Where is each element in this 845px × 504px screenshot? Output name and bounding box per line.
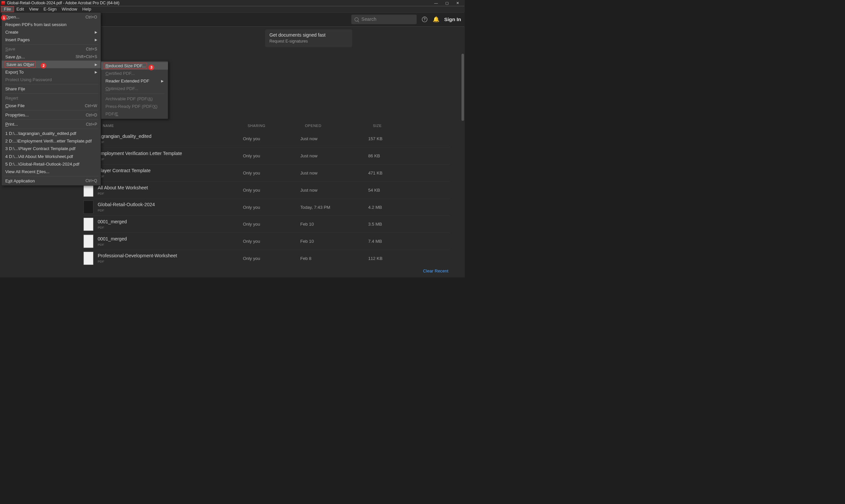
promo-card[interactable]: Get documents signed fast Request E-sign… <box>265 29 352 47</box>
file-opened: Feb 10 <box>300 239 368 244</box>
col-sharing[interactable]: SHARING <box>248 124 265 128</box>
menu-separator <box>4 129 99 129</box>
recent-file-5[interactable]: 5 D:\...\Global-Retail-Outlook-2024.pdf <box>2 160 101 168</box>
recent-file-3[interactable]: 3 D:\...\Player Contract Template.pdf <box>2 145 101 152</box>
save-as-other-submenu: Reduced Size PDF... Certified PDF... Rea… <box>101 61 168 119</box>
file-sharing: Only you <box>243 187 300 192</box>
file-revert: Revert <box>2 94 101 102</box>
chevron-right-icon: ▶ <box>95 30 98 34</box>
file-open[interactable]: Open...Ctrl+O <box>2 13 101 21</box>
file-thumbnail <box>84 235 93 248</box>
file-name: All About Me Worksheet <box>98 185 243 190</box>
menu-help[interactable]: Help <box>80 6 94 12</box>
reader-extended-pdf[interactable]: Reader Extended PDF▶ <box>101 77 168 85</box>
archivable-pdf: Archivable PDF (PDF/A) <box>101 95 168 103</box>
col-name[interactable]: NAME <box>103 124 114 128</box>
table-row[interactable]: 0001_merged PDF Only you Feb 10 7.4 MB <box>84 233 450 250</box>
file-properties[interactable]: Properties...Ctrl+D <box>2 111 101 119</box>
file-reopen[interactable]: Reopen PDFs from last session <box>2 21 101 29</box>
app-icon <box>1 1 5 5</box>
scrollbar-thumb[interactable] <box>461 54 464 121</box>
annotation-badge-3: 3 <box>148 65 155 71</box>
table-row[interactable]: Professional-Development-Worksheet PDF O… <box>84 250 450 267</box>
menubar: File Edit View E-Sign Window Help <box>0 6 465 13</box>
file-opened: Feb 8 <box>300 256 368 260</box>
file-print[interactable]: Print...Ctrl+P <box>2 120 101 128</box>
menu-view[interactable]: View <box>27 6 41 12</box>
reduced-size-pdf[interactable]: Reduced Size PDF... <box>101 62 168 70</box>
menu-window[interactable]: Window <box>59 6 80 12</box>
file-insert-pages[interactable]: Insert Pages▶ <box>2 36 101 43</box>
file-name: Employment Verification Letter Template <box>98 151 243 156</box>
table-row[interactable]: Player Contract Template PDF Only you Ju… <box>84 164 450 181</box>
minimize-button[interactable]: — <box>431 0 442 6</box>
help-button[interactable]: ? <box>421 16 428 23</box>
press-ready-pdf: Press-Ready PDF (PDF/X) <box>101 103 168 110</box>
table-row[interactable]: 0001_merged PDF Only you Feb 10 3.5 MB <box>84 215 450 233</box>
menu-separator <box>4 110 99 110</box>
titlebar: Global-Retail-Outlook-2024.pdf - Adobe A… <box>0 0 465 6</box>
optimized-pdf: Optimized PDF... <box>101 85 168 92</box>
file-export-to[interactable]: Export To▶ <box>2 68 101 76</box>
close-window-button[interactable]: ✕ <box>453 0 463 6</box>
file-protect: Protect Using Password <box>2 76 101 84</box>
file-sharing: Only you <box>243 239 300 244</box>
file-size: 471 KB <box>368 170 382 176</box>
file-exit[interactable]: Exit ApplicationCtrl+Q <box>2 177 101 185</box>
view-all-recent[interactable]: View All Recent Files... <box>2 168 101 176</box>
file-type: PDF <box>98 192 243 196</box>
file-opened: Just now <box>300 136 368 141</box>
file-name: 0001_merged <box>98 219 243 224</box>
search-input[interactable]: Search <box>351 15 417 24</box>
table-row[interactable]: All About Me Worksheet PDF Only you Just… <box>84 181 450 199</box>
search-placeholder: Search <box>362 17 376 22</box>
menu-separator <box>4 120 99 120</box>
file-opened: Just now <box>300 154 368 158</box>
notifications-button[interactable]: 🔔 <box>433 16 440 23</box>
file-create[interactable]: Create▶ <box>2 29 101 36</box>
file-name: 0001_merged <box>98 236 243 241</box>
file-share[interactable]: Share File <box>2 85 101 93</box>
file-sharing: Only you <box>243 136 300 141</box>
col-size[interactable]: SIZE <box>373 124 382 128</box>
file-size: 112 KB <box>368 256 382 260</box>
certified-pdf: Certified PDF... <box>101 70 168 77</box>
file-save: SaveCtrl+S <box>2 46 101 53</box>
file-save-as[interactable]: Save As...Shift+Ctrl+S <box>2 53 101 61</box>
file-size: 86 KB <box>368 154 380 158</box>
file-type: PDF <box>98 209 243 212</box>
table-row[interactable]: Global-Retail-Outlook-2024 PDF Only you … <box>84 199 450 216</box>
file-menu: Open...Ctrl+O Reopen PDFs from last sess… <box>1 12 101 185</box>
table-row[interactable]: lagrangian_duality_edited PDF Only you J… <box>84 130 450 147</box>
menu-edit[interactable]: Edit <box>14 6 27 12</box>
file-thumbnail <box>84 252 93 265</box>
menu-separator <box>4 44 99 45</box>
sign-in-button[interactable]: Sign In <box>444 17 461 22</box>
recent-file-4[interactable]: 4 D:\...\All About Me Worksheet.pdf <box>2 153 101 160</box>
help-icon: ? <box>422 17 427 22</box>
menu-separator <box>104 94 165 94</box>
file-sharing: Only you <box>243 222 300 227</box>
file-save-as-other[interactable]: Save as Other▶ <box>2 61 101 68</box>
file-type: PDF <box>98 175 243 178</box>
table-row[interactable]: Employment Verification Letter Template … <box>84 147 450 165</box>
recent-file-1[interactable]: 1 D:\...\lagrangian_duality_edited.pdf <box>2 130 101 137</box>
window-title: Global-Retail-Outlook-2024.pdf - Adobe A… <box>7 1 431 5</box>
bell-icon: 🔔 <box>433 16 439 22</box>
file-opened: Today, 7:43 PM <box>300 204 368 210</box>
chevron-right-icon: ▶ <box>161 79 164 83</box>
file-type: PDF <box>98 226 243 230</box>
col-opened[interactable]: OPENED <box>305 124 321 128</box>
pdf-e: PDF/E <box>101 110 168 118</box>
clear-recent-link[interactable]: Clear Recent <box>423 269 448 273</box>
file-opened: Just now <box>300 170 368 176</box>
recent-file-2[interactable]: 2 D:...\Employment Verifi...etter Templa… <box>2 137 101 145</box>
file-close[interactable]: Close FileCtrl+W <box>2 102 101 109</box>
file-sharing: Only you <box>243 170 300 176</box>
menu-file[interactable]: File <box>1 6 14 12</box>
recent-file-list: lagrangian_duality_edited PDF Only you J… <box>84 130 450 267</box>
maximize-button[interactable]: ▢ <box>442 0 453 6</box>
vertical-scrollbar[interactable] <box>461 54 465 277</box>
annotation-badge-1: 1 <box>1 15 7 21</box>
menu-esign[interactable]: E-Sign <box>41 6 59 12</box>
